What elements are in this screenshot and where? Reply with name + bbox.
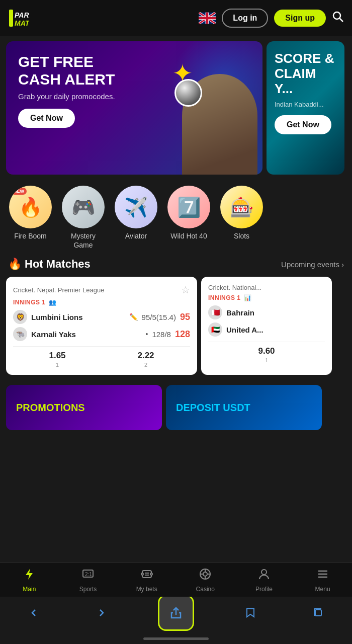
nav-item-menu[interactable]: Menu <box>303 568 343 593</box>
odd-num-1-2: 2 <box>144 362 147 368</box>
svg-point-4 <box>333 12 340 19</box>
my-bets-icon <box>140 568 153 584</box>
svg-point-13 <box>150 573 152 575</box>
profile-icon <box>257 568 271 584</box>
svg-point-20 <box>261 570 267 575</box>
team-info-karnali: 🐃 Karnali Yaks <box>13 327 76 341</box>
chevron-right-icon: › <box>341 260 344 269</box>
svg-point-15 <box>203 572 207 576</box>
team-name-lumbini: Lumbini Lions <box>31 313 83 321</box>
game-label-aviator: Aviator <box>125 231 147 240</box>
ios-tabs-button[interactable] <box>307 602 329 624</box>
ios-bookmarks-button[interactable] <box>239 602 261 624</box>
game-item-mystery-game[interactable]: 🎮 MysteryGame <box>57 186 110 250</box>
match-league-1: Cricket. Nepal. Premier League ☆ <box>13 284 190 296</box>
banner-side-title: SCORE &CLAIM Y... <box>275 51 336 97</box>
team-logo-bahrain: 🇧🇭 <box>208 305 222 319</box>
game-item-slots[interactable]: 🎰 Slots <box>215 186 268 250</box>
ios-back-button[interactable] <box>23 602 45 624</box>
score-karnali: 128/8 <box>152 330 171 339</box>
favorite-button-1[interactable]: ☆ <box>181 284 190 296</box>
games-section: NEW 🔥 Fire Boom 🎮 MysteryGame ✈️ Aviator… <box>0 180 352 253</box>
innings-badge-2: INNINGS 1 📊 <box>208 294 325 301</box>
dot-icon: • <box>146 330 148 338</box>
team-row-1-2: 🐃 Karnali Yaks • 128/8 128 <box>13 327 190 341</box>
game-label-wild-hot: Wild Hot 40 <box>170 231 207 240</box>
odd-value-2-1[interactable]: 9.60 <box>258 346 275 356</box>
nav-item-my-bets[interactable]: My bets <box>127 568 167 593</box>
game-item-wild-hot-40[interactable]: 7️⃣ Wild Hot 40 <box>162 186 215 250</box>
tabs-icon <box>313 607 324 618</box>
svg-text:PARI: PARI <box>15 11 29 19</box>
svg-line-5 <box>340 19 343 22</box>
hamburger-icon <box>316 568 329 581</box>
search-button[interactable] <box>332 11 344 26</box>
matches-container: Cricket. Nepal. Premier League ☆ INNINGS… <box>0 274 352 378</box>
casino-icon <box>199 568 212 584</box>
team-name-karnali: Karnali Yaks <box>31 330 76 339</box>
upcoming-events-link[interactable]: Upcoming events › <box>281 260 344 269</box>
match-card-1[interactable]: Cricket. Nepal. Premier League ☆ INNINGS… <box>6 277 197 375</box>
team-logo-lumbini: 🦁 <box>13 310 27 324</box>
mystery-emoji: 🎮 <box>71 196 95 218</box>
logo-icon: PARI MATCH <box>8 8 29 29</box>
banner-score-claim[interactable]: SCORE &CLAIM Y... Indian Kabaddi... Get … <box>267 41 344 175</box>
odds-row-1: 1.65 1 2.22 2 <box>13 346 190 368</box>
odd-value-1-1[interactable]: 1.65 <box>49 351 65 361</box>
forward-icon <box>97 608 107 618</box>
language-flag[interactable] <box>199 12 216 24</box>
batting-icon: ✏️ <box>129 313 138 321</box>
score-highlight-lumbini: 95 <box>180 312 190 323</box>
odd-item-2-1[interactable]: 9.60 1 <box>258 346 275 363</box>
banner-side-cta[interactable]: Get Now <box>275 115 331 134</box>
header: PARI MATCH Log in Sign up <box>0 0 352 36</box>
signup-button[interactable]: Sign up <box>274 10 326 27</box>
score-lumbini: 95/5(15.4) <box>142 313 176 321</box>
team-info-bahrain: 🇧🇭 Bahrain <box>208 305 254 319</box>
odds-row-2: 9.60 1 <box>208 342 325 363</box>
header-right: Log in Sign up <box>199 9 344 28</box>
game-item-fire-boom[interactable]: NEW 🔥 Fire Boom <box>4 186 57 250</box>
promo-card-usdt[interactable]: Deposit USDT <box>166 385 322 430</box>
lightning-icon <box>23 568 36 581</box>
team-name-bahrain: Bahrain <box>226 308 254 317</box>
game-icon-mystery: 🎮 <box>62 186 105 228</box>
match-card-2[interactable]: Cricket. National... INNINGS 1 📊 🇧🇭 Bahr… <box>201 277 332 375</box>
team-logo-karnali: 🐃 <box>13 327 27 341</box>
nav-label-casino: Casino <box>196 586 215 593</box>
innings-badge-1: INNINGS 1 👥 <box>13 299 190 306</box>
new-badge-fire-boom: NEW <box>11 188 27 195</box>
team-row-2-2: 🇦🇪 United A... <box>208 323 325 337</box>
banner-cash-alert[interactable]: GET FREECASH ALERT Grab your daily promo… <box>6 41 262 175</box>
team-info-united: 🇦🇪 United A... <box>208 323 263 337</box>
banner-main-cta[interactable]: Get Now <box>18 109 75 128</box>
ios-forward-button[interactable] <box>91 602 113 624</box>
promo-card-promotions[interactable]: PROMOTIONS <box>6 385 162 430</box>
home-indicator <box>143 637 209 640</box>
innings-icon-2: 📊 <box>244 294 252 301</box>
team-row-2-1: 🇧🇭 Bahrain <box>208 305 325 319</box>
ios-share-button[interactable] <box>158 595 194 631</box>
match-league-2: Cricket. National... <box>208 284 325 291</box>
banner-person: ✦ <box>167 54 262 175</box>
game-icon-wild-hot: 7️⃣ <box>167 186 210 228</box>
svg-rect-24 <box>315 610 321 616</box>
nav-item-sports[interactable]: 2:1 Sports <box>68 568 108 593</box>
game-item-aviator[interactable]: ✈️ Aviator <box>110 186 162 250</box>
nav-label-menu: Menu <box>315 586 330 593</box>
profile-svg-icon <box>257 568 271 581</box>
nav-item-casino[interactable]: Casino <box>185 568 225 593</box>
innings-icon-1: 👥 <box>49 299 57 306</box>
login-button[interactable]: Log in <box>222 9 268 28</box>
innings-label-1: INNINGS 1 <box>13 299 46 306</box>
nav-label-main: Main <box>23 586 36 593</box>
odd-item-1-2[interactable]: 2.22 2 <box>137 351 154 368</box>
main-icon <box>23 568 36 584</box>
nav-item-main[interactable]: Main <box>9 568 49 593</box>
odd-item-1-1[interactable]: 1.65 1 <box>49 351 65 368</box>
odd-value-1-2[interactable]: 2.22 <box>137 351 154 361</box>
odd-num-2-1: 1 <box>265 357 268 363</box>
nav-item-profile[interactable]: Profile <box>244 568 284 593</box>
slots-emoji: 🎰 <box>230 196 253 218</box>
game-label-fire-boom: Fire Boom <box>14 231 47 240</box>
